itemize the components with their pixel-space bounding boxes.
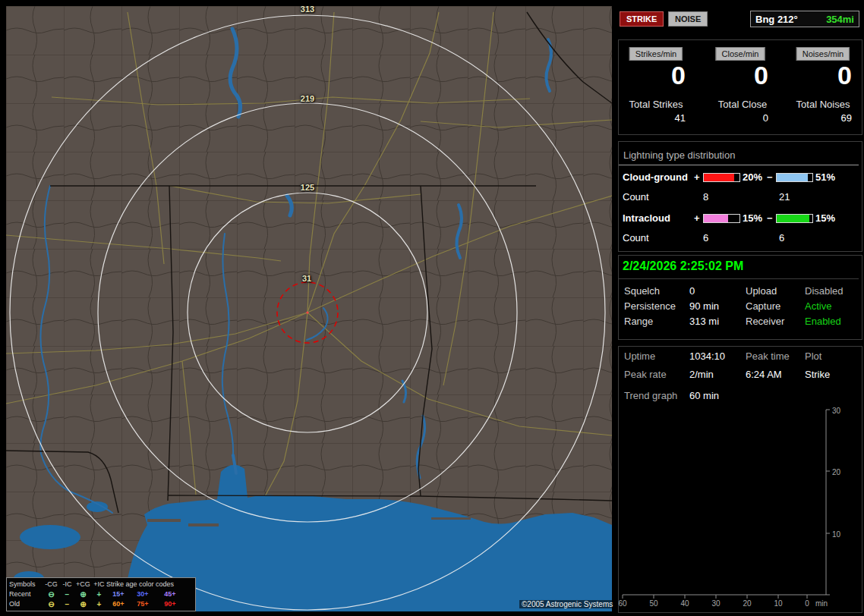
age-code-30: 30+ <box>131 589 155 599</box>
receiver-status: Enabled <box>805 316 841 327</box>
plot-mode-value: Strike <box>805 369 830 380</box>
recent-neg-ic-icon: − <box>60 589 74 599</box>
ring-label-219: 219 <box>301 94 314 103</box>
cg-pos-pct: 20% <box>743 171 762 183</box>
x-axis-unit: min <box>815 599 828 608</box>
age-code-45: 45+ <box>155 589 185 599</box>
legend-recent-row: Recent ⊖ − ⊕ + 15+ 30+ 45+ <box>9 589 193 599</box>
capture-label: Capture <box>746 300 780 312</box>
strikes-per-min-value: 0 <box>625 62 686 88</box>
ring-label-313: 313 <box>301 5 314 14</box>
cg-count-label: Count <box>623 191 649 203</box>
trend-graph-label: Trend graph <box>624 390 677 401</box>
noises-per-min-value: 0 <box>791 62 852 88</box>
legend-col-neg-ic: -IC <box>60 580 74 589</box>
old-pos-cg-icon: ⊕ <box>74 599 92 609</box>
x-tick-50: 50 <box>649 599 658 608</box>
trend-axes <box>623 410 826 595</box>
total-close-value: 0 <box>708 112 768 124</box>
receiver-label: Receiver <box>746 316 784 327</box>
recent-neg-cg-icon: ⊖ <box>43 589 60 599</box>
y-tick-10: 10 <box>832 530 841 539</box>
bearing-text: Bng 212° <box>755 14 798 25</box>
age-code-90: 90+ <box>155 599 185 609</box>
range-value: 313 mi <box>689 316 719 327</box>
plot-label: Plot <box>805 350 821 362</box>
legend-age-header: Strike age color codes <box>106 580 185 589</box>
bearing-distance: 354mi <box>826 14 854 25</box>
strike-mode-button[interactable]: STRIKE <box>620 11 664 27</box>
copyright-credit: ©2005 Astrogenic Systems <box>519 600 615 608</box>
y-tick-30: 30 <box>832 407 841 415</box>
cg-neg-bar-fill <box>777 174 808 181</box>
ic-count-label: Count <box>623 232 649 244</box>
age-code-15: 15+ <box>106 589 131 599</box>
strike-map[interactable]: 313 219 125 31 Symbols -CG -IC +CG +IC S… <box>6 6 612 611</box>
noises-per-min-chip: Noises/min <box>796 47 850 61</box>
nexstorm-app: 313 219 125 31 Symbols -CG -IC +CG +IC S… <box>0 0 864 616</box>
strike-legend: Symbols -CG -IC +CG +IC Strike age color… <box>6 577 196 611</box>
x-tick-40: 40 <box>680 599 689 608</box>
persistence-value: 90 min <box>689 300 719 312</box>
legend-old-row: Old ⊖ − ⊕ + 60+ 75+ 90+ <box>9 599 193 609</box>
ic-plus-sign: + <box>694 212 700 224</box>
peak-rate-value: 2/min <box>689 369 714 380</box>
age-code-75: 75+ <box>131 599 155 609</box>
ring-label-31: 31 <box>302 274 311 283</box>
ic-minus-sign: − <box>767 212 773 224</box>
x-tick-60: 60 <box>618 599 627 608</box>
trend-graph: 30 20 10 60 50 40 30 20 10 0 min <box>616 405 861 610</box>
ic-neg-bar-fill <box>777 215 809 222</box>
total-close-label: Total Close <box>718 99 767 110</box>
cg-neg-count: 21 <box>779 191 790 203</box>
age-code-60: 60+ <box>106 599 131 609</box>
legend-old-label: Old <box>9 599 43 609</box>
distribution-title: Lightning type distribution <box>619 149 859 165</box>
ic-pos-bar <box>703 214 740 223</box>
cg-plus-sign: + <box>694 171 700 183</box>
cg-neg-pct: 51% <box>815 171 835 183</box>
legend-header-row: Symbols -CG -IC +CG +IC Strike age color… <box>9 580 193 589</box>
total-strikes-label: Total Strikes <box>629 99 683 110</box>
y-tick-20: 20 <box>832 468 841 476</box>
cg-neg-bar <box>776 173 813 182</box>
legend-col-pos-ic: +IC <box>92 580 106 589</box>
ic-neg-bar <box>776 214 813 223</box>
legend-col-neg-cg: -CG <box>43 580 60 589</box>
x-tick-10: 10 <box>774 599 783 608</box>
close-per-min-value: 0 <box>708 62 768 88</box>
ic-neg-pct: 15% <box>815 212 835 224</box>
upload-label: Upload <box>746 285 777 297</box>
datetime-display: 2/24/2026 2:25:02 PM <box>619 257 859 279</box>
noise-mode-button[interactable]: NOISE <box>668 11 708 27</box>
recent-pos-cg-icon: ⊕ <box>74 589 92 599</box>
bearing-display: Bng 212° 354mi <box>750 11 859 27</box>
legend-recent-label: Recent <box>9 589 43 599</box>
recent-pos-ic-icon: + <box>92 589 106 599</box>
legend-col-pos-cg: +CG <box>74 580 92 589</box>
trend-graph-value: 60 min <box>689 390 719 401</box>
cg-pos-bar-fill <box>704 174 734 181</box>
total-noises-label: Total Noises <box>796 99 850 110</box>
peak-time-label: Peak time <box>746 350 790 362</box>
ring-label-125: 125 <box>301 183 314 192</box>
old-pos-ic-icon: + <box>92 599 106 609</box>
total-strikes-value: 41 <box>625 112 686 124</box>
cg-pos-bar <box>703 173 740 182</box>
ic-pos-bar-fill <box>704 215 728 222</box>
uptime-value: 1034:10 <box>689 350 725 362</box>
legend-symbols-header: Symbols <box>9 580 43 589</box>
upload-status: Disabled <box>805 285 844 297</box>
cg-pos-count: 8 <box>703 191 708 203</box>
status-panel: STRIKE NOISE Bng 212° 354mi Strikes/min … <box>616 0 864 616</box>
intracloud-label: Intracloud <box>623 212 670 224</box>
peak-rate-label: Peak rate <box>624 369 667 380</box>
receiver-location-dot <box>306 311 308 313</box>
x-tick-0: 0 <box>805 599 809 608</box>
old-neg-ic-icon: − <box>60 599 74 609</box>
strikes-per-min-chip: Strikes/min <box>629 47 683 61</box>
capture-status: Active <box>805 300 831 312</box>
squelch-label: Squelch <box>624 285 660 297</box>
ic-pos-count: 6 <box>703 232 708 244</box>
squelch-value: 0 <box>689 285 695 297</box>
